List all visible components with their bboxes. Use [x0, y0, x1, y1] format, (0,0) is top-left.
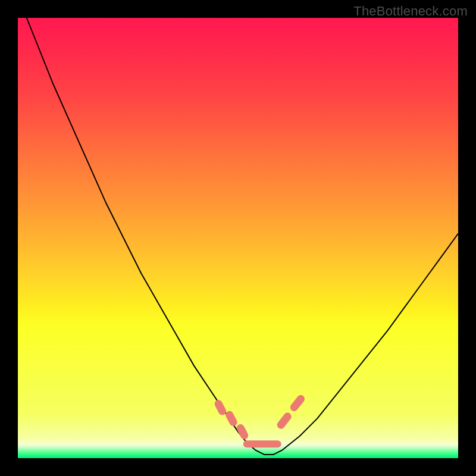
- watermark-text: TheBottleneck.com: [353, 4, 468, 19]
- bottleneck-curve: [18, 18, 458, 458]
- chart-frame: TheBottleneck.com: [0, 0, 476, 476]
